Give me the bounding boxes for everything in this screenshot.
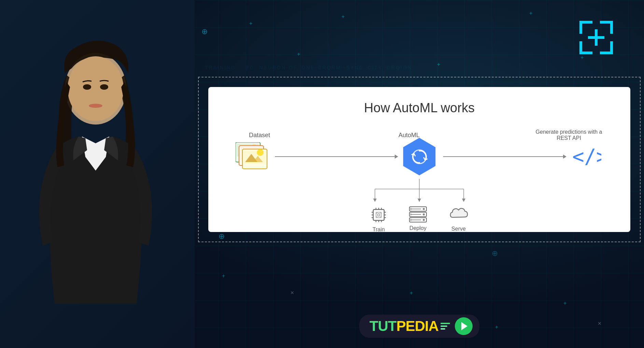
svg-point-56 bbox=[423, 219, 425, 221]
diagram-bottom: Train bbox=[229, 179, 610, 233]
bottom-icons-row: Train bbox=[370, 206, 469, 233]
train-item: Train bbox=[370, 206, 388, 233]
slide-card: How AutoML works Dataset AutoML Generate… bbox=[208, 87, 630, 232]
logo-wrapper: TUT PEDIA bbox=[359, 315, 479, 338]
svg-point-20 bbox=[257, 149, 264, 156]
flow-arrow-2 bbox=[438, 156, 569, 157]
diagram-main-flow: </> bbox=[229, 138, 610, 175]
speed-line-3 bbox=[440, 328, 445, 330]
speed-lines bbox=[440, 323, 450, 330]
deploy-icon bbox=[408, 206, 428, 222]
svg-point-2 bbox=[89, 104, 102, 108]
brand-crosshair-icon bbox=[576, 17, 617, 58]
svg-point-4 bbox=[100, 84, 108, 90]
dataset-icon bbox=[236, 142, 270, 171]
presenter-area bbox=[0, 0, 195, 348]
serve-item: Serve bbox=[448, 206, 469, 232]
svg-point-3 bbox=[83, 84, 91, 90]
flow-arrow-1 bbox=[270, 156, 401, 157]
slide-title: How AutoML works bbox=[364, 101, 475, 115]
top-right-logo-area bbox=[576, 17, 617, 58]
svg-text:</>: </> bbox=[572, 145, 601, 168]
svg-marker-30 bbox=[462, 199, 465, 202]
speed-line-1 bbox=[440, 323, 450, 324]
branch-lines-svg bbox=[348, 179, 491, 204]
presenter-silhouette bbox=[0, 14, 195, 348]
train-icon bbox=[370, 206, 388, 224]
svg-point-48 bbox=[423, 208, 425, 210]
serve-label: Serve bbox=[451, 226, 466, 232]
main-content: How AutoML works Dataset AutoML Generate… bbox=[195, 0, 644, 348]
deploy-item: Deploy bbox=[408, 206, 428, 231]
speed-line-2 bbox=[440, 325, 447, 327]
serve-icon bbox=[448, 206, 469, 223]
diagram-area: Dataset AutoML Generate predictions with… bbox=[229, 129, 610, 233]
play-triangle-icon bbox=[461, 322, 467, 330]
svg-marker-28 bbox=[418, 199, 421, 202]
svg-point-52 bbox=[423, 214, 425, 216]
automl-hexagon bbox=[401, 138, 438, 175]
svg-point-1 bbox=[68, 56, 124, 121]
svg-marker-26 bbox=[373, 199, 377, 202]
deploy-label: Deploy bbox=[409, 225, 426, 231]
svg-point-46 bbox=[378, 214, 379, 216]
tut-text: TUT bbox=[369, 318, 396, 334]
train-label: Train bbox=[373, 227, 385, 233]
play-button[interactable] bbox=[455, 317, 473, 335]
tutpedia-logo: TUT PEDIA bbox=[359, 315, 479, 338]
rest-api-icon: </> bbox=[569, 143, 603, 170]
pedia-text: PEDIA bbox=[396, 318, 438, 334]
